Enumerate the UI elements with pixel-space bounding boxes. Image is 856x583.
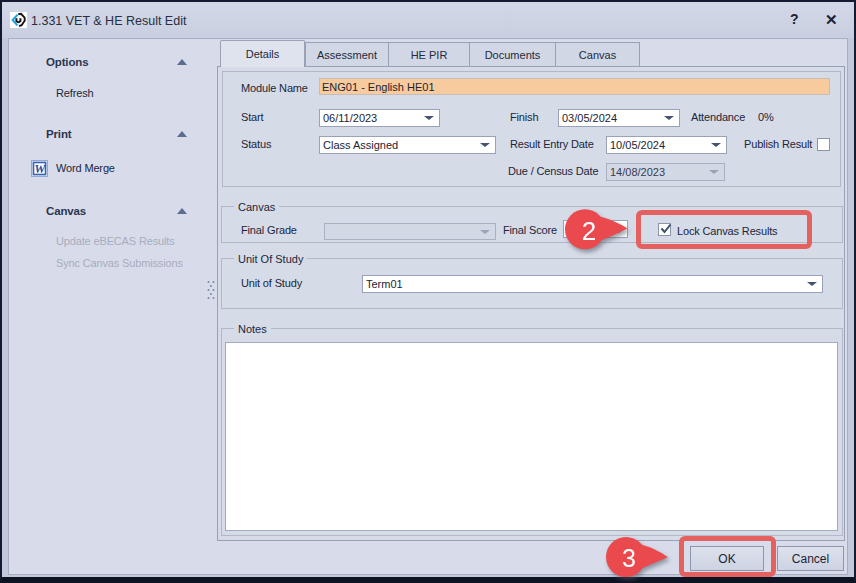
svg-text:2: 2 [582,216,596,246]
svg-text:3: 3 [622,544,636,572]
svg-text:W: W [34,162,46,176]
